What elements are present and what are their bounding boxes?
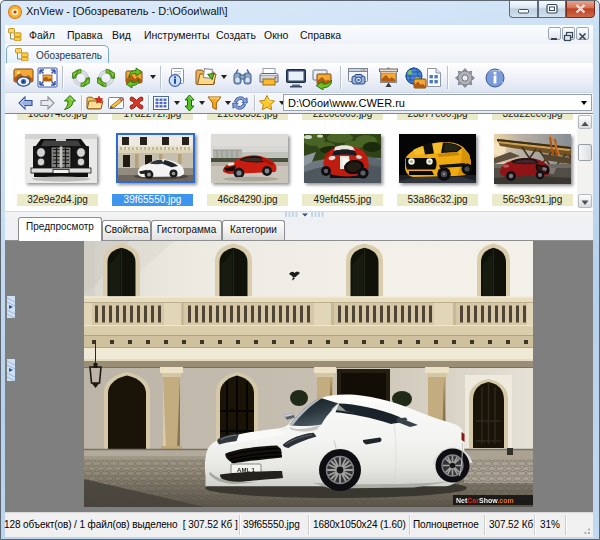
svg-text:AML 1: AML 1 bbox=[237, 467, 256, 473]
svg-text:NetCarShow.com: NetCarShow.com bbox=[456, 497, 514, 504]
